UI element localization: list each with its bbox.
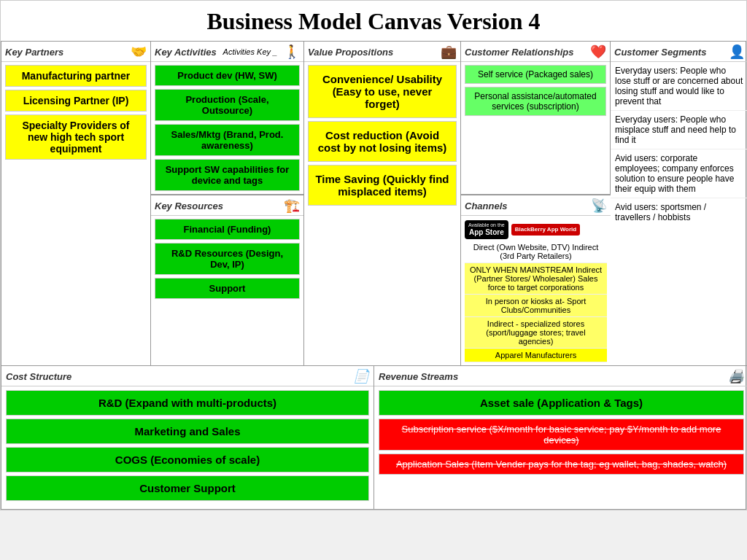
rel-self-service: Self service (Packaged sales) xyxy=(465,65,606,84)
resource-support: Support xyxy=(155,278,300,299)
resource-rd: R&D Resources (Design, Dev, IP) xyxy=(155,243,300,275)
cost-structure-section: Cost Structure 📄 R&D (Expand with multi-… xyxy=(1,366,374,509)
partner-manufacturing: Manufacturing partner xyxy=(5,65,147,87)
activities-icon: 🚶 xyxy=(284,44,300,60)
value-props-section: Value Propositions 💼 Convenience/ Usabil… xyxy=(304,42,461,366)
cost-cogs: COGS (Economies of scale) xyxy=(6,447,369,472)
seg-avid-corporate: Avid users: corporate employees; company… xyxy=(611,149,747,198)
partner-licensing: Licensing Partner (IP) xyxy=(5,90,147,112)
revenue-streams-label: Revenue Streams xyxy=(379,371,458,382)
partner-specialty: Specialty Providers of new high tech spo… xyxy=(5,114,147,160)
key-partners-label: Key Partners xyxy=(5,47,63,58)
channels-body: Available on the App Store BlackBerry Ap… xyxy=(461,216,611,365)
channels-section: Channels 📡 Available on the App Store Bl… xyxy=(461,195,611,366)
cost-structure-header: Cost Structure 📄 xyxy=(1,366,374,386)
cost-icon: 📄 xyxy=(353,368,369,384)
vp-convenience: Convenience/ Usability (Easy to use, nev… xyxy=(308,65,457,118)
revenue-asset-sale: Asset sale (Application & Tags) xyxy=(379,390,744,416)
key-partners-body: Manufacturing partner Licensing Partner … xyxy=(1,62,150,365)
customer-seg-icon: 👤 xyxy=(729,44,745,60)
key-activities-body: Product dev (HW, SW) Production (Scale, … xyxy=(151,62,303,194)
channels-store-logos: Available on the App Store BlackBerry Ap… xyxy=(465,219,607,241)
app-store-label: App Store xyxy=(468,228,505,237)
value-props-icon: 💼 xyxy=(441,44,457,60)
activity-support-sw: Support SW capabilities for device and t… xyxy=(155,159,300,191)
rel-personal: Personal assistance/automated services (… xyxy=(465,87,606,116)
app-store-badge: Available on the App Store xyxy=(465,220,508,239)
key-resources-section: Key Resources 🏗️ Financial (Funding) R&D… xyxy=(151,195,304,366)
customer-rel-icon: ❤️ xyxy=(590,44,606,60)
business-model-canvas: Business Model Canvas Version 4 Key Part… xyxy=(0,0,747,510)
customer-seg-section: Customer Segments 👤 Everyday users: Peop… xyxy=(611,42,747,366)
channel-direct: Direct (Own Website, DTV) Indirect (3rd … xyxy=(465,241,607,263)
blackberry-badge: BlackBerry App World xyxy=(511,224,580,236)
activities-key-label: Activities Key _ xyxy=(223,47,278,56)
key-resources-header: Key Resources 🏗️ xyxy=(151,195,303,216)
customer-seg-body: Everyday users: People who lose stuff or… xyxy=(611,62,747,365)
canvas-grid: Key Partners 🤝 Manufacturing partner Lic… xyxy=(1,41,746,366)
customer-seg-header: Customer Segments 👤 xyxy=(611,42,747,62)
revenue-app-sales: Application Sales (Item Vender pays for … xyxy=(379,454,744,475)
customer-rel-section: Customer Relationships ❤️ Self service (… xyxy=(461,42,611,195)
value-props-label: Value Propositions xyxy=(308,47,393,58)
bb-label: BlackBerry App World xyxy=(515,226,576,233)
channels-icon: 📡 xyxy=(591,198,607,214)
customer-seg-label: Customer Segments xyxy=(614,47,706,58)
cost-structure-body: R&D (Expand with multi-products) Marketi… xyxy=(1,386,374,505)
key-partners-header: Key Partners 🤝 xyxy=(1,42,150,62)
cost-rd: R&D (Expand with multi-products) xyxy=(6,390,369,416)
channel-kiosks: In person or kiosks at- Sport Clubs/Comm… xyxy=(465,295,607,317)
key-partners-section: Key Partners 🤝 Manufacturing partner Lic… xyxy=(1,42,151,366)
key-resources-body: Financial (Funding) R&D Resources (Desig… xyxy=(151,216,303,365)
value-props-header: Value Propositions 💼 xyxy=(304,42,460,62)
customer-rel-body: Self service (Packaged sales) Personal a… xyxy=(461,62,610,194)
seg-everyday-2: Everyday users: People who misplace stuf… xyxy=(611,111,747,149)
seg-everyday-1: Everyday users: People who lose stuff or… xyxy=(611,62,747,111)
channel-apparel: Apparel Manufacturers xyxy=(465,349,607,362)
revenue-icon: 🖨️ xyxy=(728,368,744,384)
channels-header: Channels 📡 xyxy=(461,195,611,216)
revenue-streams-body: Asset sale (Application & Tags) Subscrip… xyxy=(374,386,747,478)
resource-financial: Financial (Funding) xyxy=(155,219,300,240)
activity-sales-mktg: Sales/Mktg (Brand, Prod. awareness) xyxy=(155,124,300,156)
key-activities-section: Key Activities Activities Key _ 🚶 Produc… xyxy=(151,42,304,195)
page-title: Business Model Canvas Version 4 xyxy=(1,1,746,41)
value-props-body: Convenience/ Usability (Easy to use, nev… xyxy=(304,62,460,365)
channel-indirect: Indirect - specialized stores (sport/lug… xyxy=(465,317,607,349)
cost-support: Customer Support xyxy=(6,475,369,501)
customer-rel-header: Customer Relationships ❤️ xyxy=(461,42,610,62)
key-activities-header: Key Activities Activities Key _ 🚶 xyxy=(151,42,303,62)
key-resources-icon: 🏗️ xyxy=(284,198,300,214)
channels-label: Channels xyxy=(465,201,508,211)
partners-icon: 🤝 xyxy=(131,44,147,60)
seg-avid-sportsmen: Avid users: sportsmen / travellers / hob… xyxy=(611,198,747,226)
channel-mainstream: ONLY WHEN MAINSTREAM Indirect (Partner S… xyxy=(465,263,607,295)
revenue-subscription: Subscription service ($X/month for basic… xyxy=(379,419,744,451)
activity-product-dev: Product dev (HW, SW) xyxy=(155,65,300,86)
vp-time-saving: Time Saving (Quickly find misplaced item… xyxy=(308,165,457,206)
bottom-row: Cost Structure 📄 R&D (Expand with multi-… xyxy=(1,366,746,510)
vp-cost-reduction: Cost reduction (Avoid cost by not losing… xyxy=(308,121,457,162)
key-activities-label: Key Activities xyxy=(155,47,217,58)
revenue-streams-section: Revenue Streams 🖨️ Asset sale (Applicati… xyxy=(374,366,747,509)
revenue-streams-header: Revenue Streams 🖨️ xyxy=(374,366,747,386)
key-resources-label: Key Resources xyxy=(155,201,223,211)
cost-structure-label: Cost Structure xyxy=(6,371,71,382)
cost-marketing: Marketing and Sales xyxy=(6,419,369,444)
customer-rel-label: Customer Relationships xyxy=(465,47,574,58)
activity-production: Production (Scale, Outsource) xyxy=(155,89,300,121)
